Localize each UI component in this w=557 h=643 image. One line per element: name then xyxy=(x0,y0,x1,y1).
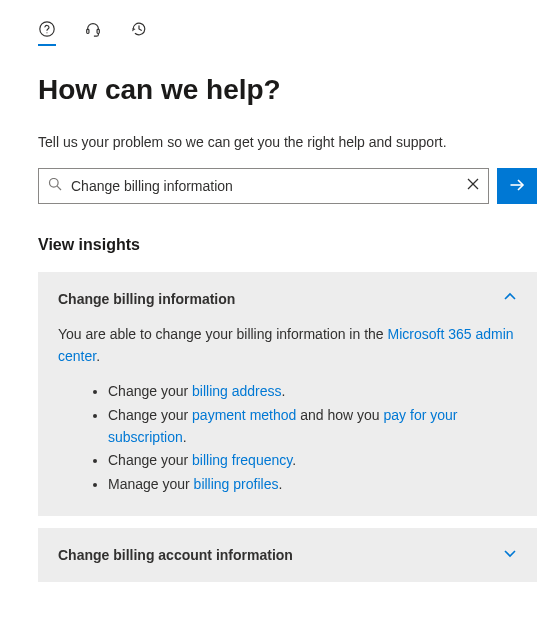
arrow-right-icon xyxy=(508,176,526,197)
svg-rect-2 xyxy=(87,29,89,33)
text: You are able to change your billing info… xyxy=(58,326,387,342)
billing-profiles-link[interactable]: billing profiles xyxy=(194,476,279,492)
text: . xyxy=(292,452,296,468)
tab-help[interactable] xyxy=(38,20,56,46)
insight-card: Change billing information You are able … xyxy=(38,272,537,516)
list-item: Change your payment method and how you p… xyxy=(108,405,517,448)
insight-title: Change billing account information xyxy=(58,547,293,563)
list-item: Change your billing frequency. xyxy=(108,450,517,472)
search-box[interactable] xyxy=(38,168,489,204)
text: . xyxy=(282,383,286,399)
subtitle: Tell us your problem so we can get you t… xyxy=(38,134,537,150)
billing-address-link[interactable]: billing address xyxy=(192,383,282,399)
chevron-up-icon xyxy=(503,290,517,308)
text: . xyxy=(278,476,282,492)
submit-button[interactable] xyxy=(497,168,537,204)
text: Change your xyxy=(108,407,192,423)
search-input[interactable] xyxy=(71,178,466,194)
text: . xyxy=(183,429,187,445)
insight-bullet-list: Change your billing address. Change your… xyxy=(108,381,517,495)
search-row xyxy=(38,168,537,204)
svg-rect-3 xyxy=(97,29,99,33)
insight-header[interactable]: Change billing information xyxy=(58,290,517,308)
list-item: Change your billing address. xyxy=(108,381,517,403)
text: Change your xyxy=(108,383,192,399)
search-icon xyxy=(47,176,63,196)
svg-line-5 xyxy=(57,186,61,190)
tab-contact[interactable] xyxy=(84,20,102,46)
insight-intro: You are able to change your billing info… xyxy=(58,324,517,367)
close-icon[interactable] xyxy=(466,177,480,195)
svg-point-1 xyxy=(46,32,47,33)
section-heading: View insights xyxy=(38,236,537,254)
list-item: Manage your billing profiles. xyxy=(108,474,517,496)
text: . xyxy=(96,348,100,364)
page-title: How can we help? xyxy=(38,74,537,106)
text: Manage your xyxy=(108,476,194,492)
svg-point-0 xyxy=(40,22,54,36)
chevron-down-icon xyxy=(503,546,517,564)
history-icon xyxy=(130,20,148,38)
billing-frequency-link[interactable]: billing frequency xyxy=(192,452,292,468)
text: and how you xyxy=(296,407,383,423)
insight-body: You are able to change your billing info… xyxy=(58,324,517,496)
payment-method-link[interactable]: payment method xyxy=(192,407,296,423)
insight-card: Change billing account information xyxy=(38,528,537,582)
insight-header[interactable]: Change billing account information xyxy=(58,546,517,564)
tab-bar xyxy=(38,20,537,46)
svg-point-4 xyxy=(50,179,59,188)
help-icon xyxy=(38,20,56,38)
headset-icon xyxy=(84,20,102,38)
tab-history[interactable] xyxy=(130,20,148,46)
text: Change your xyxy=(108,452,192,468)
insight-title: Change billing information xyxy=(58,291,235,307)
